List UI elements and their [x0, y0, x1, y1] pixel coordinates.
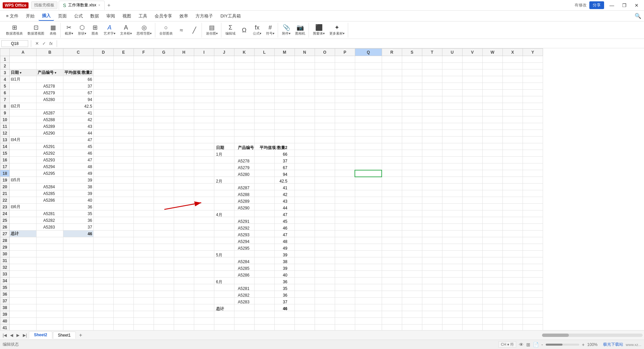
- cell-I6[interactable]: [194, 90, 214, 96]
- cell-P8[interactable]: [335, 103, 355, 110]
- cell-C10[interactable]: 42: [63, 116, 94, 123]
- cell-N23[interactable]: [294, 204, 315, 210]
- cell-I27[interactable]: [194, 231, 214, 237]
- cell-U39[interactable]: [442, 311, 462, 318]
- cell-D40[interactable]: [93, 318, 113, 325]
- cell-C24[interactable]: 35: [63, 210, 94, 217]
- cell-P11[interactable]: [335, 123, 355, 130]
- cell-E30[interactable]: [113, 251, 133, 257]
- cell-K2[interactable]: [234, 63, 254, 69]
- cell-H20[interactable]: [174, 184, 194, 190]
- cell-W29[interactable]: [482, 244, 502, 251]
- cell-W34[interactable]: [482, 278, 502, 284]
- cell-W38[interactable]: [482, 304, 502, 311]
- cell-G11[interactable]: [154, 123, 174, 130]
- cell-E21[interactable]: [113, 190, 133, 197]
- col-header-P[interactable]: P: [335, 49, 355, 56]
- cell-W9[interactable]: [482, 110, 502, 116]
- cell-I26[interactable]: [194, 224, 214, 231]
- cell-G5[interactable]: [154, 83, 174, 90]
- cell-Q20[interactable]: [355, 184, 382, 190]
- cell-U17[interactable]: [442, 163, 462, 170]
- cell-J6[interactable]: [214, 90, 234, 96]
- nav-next-btn[interactable]: ▶: [15, 332, 21, 338]
- cell-Y17[interactable]: [523, 163, 543, 170]
- cell-R25[interactable]: [382, 217, 402, 224]
- cell-Y41[interactable]: [523, 325, 543, 331]
- cell-B9[interactable]: A5287: [37, 110, 63, 116]
- view-page-icon[interactable]: 📄: [533, 342, 539, 347]
- cell-V32[interactable]: [462, 264, 482, 271]
- cell-R13[interactable]: [382, 137, 402, 143]
- cell-W15[interactable]: [482, 150, 502, 157]
- cell-E4[interactable]: [113, 76, 133, 83]
- cell-D10[interactable]: [93, 116, 113, 123]
- cell-X4[interactable]: [502, 76, 523, 83]
- cell-A41[interactable]: [10, 325, 37, 331]
- col-header-S[interactable]: S: [402, 49, 422, 56]
- cell-Y34[interactable]: [523, 278, 543, 284]
- symbol-btn[interactable]: # 符号▾: [264, 23, 276, 37]
- chart2-btn[interactable]: ≈: [175, 26, 187, 34]
- cell-B4[interactable]: [37, 76, 63, 83]
- cell-H30[interactable]: [174, 251, 194, 257]
- cell-G21[interactable]: [154, 190, 174, 197]
- cell-F40[interactable]: [133, 318, 154, 325]
- cell-V10[interactable]: [462, 116, 482, 123]
- cell-V20[interactable]: [462, 184, 482, 190]
- cell-T7[interactable]: [422, 96, 442, 103]
- col-header-D[interactable]: D: [93, 49, 113, 56]
- cell-Q21[interactable]: [355, 190, 382, 197]
- cell-P18[interactable]: [335, 170, 355, 177]
- cell-P12[interactable]: [335, 130, 355, 137]
- cell-B12[interactable]: A5290: [37, 130, 63, 137]
- cell-V36[interactable]: [462, 291, 482, 298]
- cell-V37[interactable]: [462, 298, 482, 304]
- cell-G27[interactable]: [154, 231, 174, 237]
- cell-W14[interactable]: [482, 143, 502, 150]
- cell-C6[interactable]: 67: [63, 90, 94, 96]
- cell-S15[interactable]: [402, 150, 422, 157]
- cell-X35[interactable]: [502, 284, 523, 291]
- row-header-5[interactable]: 5: [0, 83, 10, 90]
- cell-B6[interactable]: A5279: [37, 90, 63, 96]
- mindmap-btn[interactable]: ◎ 思维导图▾: [135, 23, 154, 37]
- cell-D35[interactable]: [93, 284, 113, 291]
- cell-Q19[interactable]: [355, 177, 382, 184]
- cell-O9[interactable]: [315, 110, 335, 116]
- cell-Q8[interactable]: [355, 103, 382, 110]
- cell-X16[interactable]: [502, 157, 523, 163]
- cell-U38[interactable]: [442, 304, 462, 311]
- cell-T38[interactable]: [422, 304, 442, 311]
- cell-I29[interactable]: [194, 244, 214, 251]
- cell-D36[interactable]: [93, 291, 113, 298]
- cell-H40[interactable]: [174, 318, 194, 325]
- cell-M41[interactable]: [274, 325, 294, 331]
- row-header-14[interactable]: 14: [0, 143, 10, 150]
- cell-I3[interactable]: [194, 69, 214, 76]
- cell-O22[interactable]: [315, 197, 335, 204]
- menu-insert[interactable]: 插入: [39, 11, 54, 21]
- cell-N41[interactable]: [294, 325, 315, 331]
- cell-I19[interactable]: [194, 177, 214, 184]
- cell-A2[interactable]: [10, 63, 37, 69]
- cell-G16[interactable]: [154, 157, 174, 163]
- cell-T15[interactable]: [422, 150, 442, 157]
- cell-X19[interactable]: [502, 177, 523, 184]
- cell-N2[interactable]: [294, 63, 315, 69]
- cell-X25[interactable]: [502, 217, 523, 224]
- cell-E3[interactable]: [113, 69, 133, 76]
- cell-E12[interactable]: [113, 130, 133, 137]
- cell-D1[interactable]: [93, 56, 113, 63]
- cell-X41[interactable]: [502, 325, 523, 331]
- cell-K11[interactable]: [234, 123, 254, 130]
- col-header-Y[interactable]: Y: [523, 49, 543, 56]
- cell-O41[interactable]: [315, 325, 335, 331]
- cell-S30[interactable]: [402, 251, 422, 257]
- cell-X17[interactable]: [502, 163, 523, 170]
- cell-P5[interactable]: [335, 83, 355, 90]
- search-icon[interactable]: 🔍: [635, 13, 641, 19]
- cell-D34[interactable]: [93, 278, 113, 284]
- cell-Q36[interactable]: [355, 291, 382, 298]
- cell-A14[interactable]: [10, 143, 37, 150]
